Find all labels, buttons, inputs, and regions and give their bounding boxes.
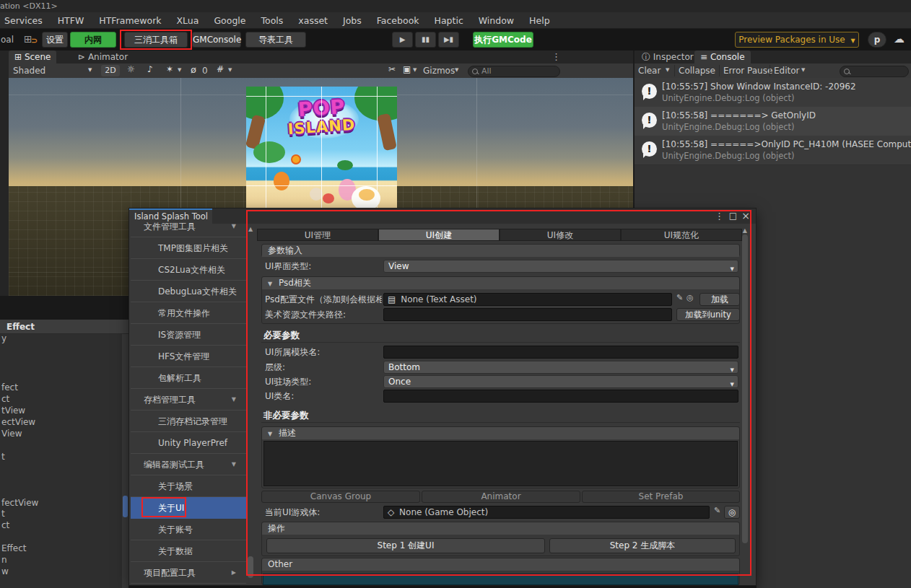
effect-scrollbar-thumb[interactable] bbox=[123, 496, 128, 517]
psd-config-object-field[interactable]: ▤ None (Text Asset) bbox=[383, 293, 672, 306]
sidebar-item-cs2lua[interactable]: CS2Lua文件相关 bbox=[131, 259, 246, 281]
list-item[interactable]: ct bbox=[1, 520, 9, 530]
effect-panel-scrollbar[interactable] bbox=[122, 334, 128, 588]
tab-inspector[interactable]: ⓘ Inspector bbox=[636, 51, 699, 63]
sidebar-item-playerpref[interactable]: Unity PlayerPref bbox=[131, 432, 246, 454]
canvas-group-button[interactable]: Canvas Group bbox=[261, 491, 420, 503]
step2-generate-script-button[interactable]: Step 2 生成脚本 bbox=[549, 538, 736, 553]
menu-facebook[interactable]: Facebook bbox=[377, 15, 419, 26]
list-item[interactable]: y bbox=[1, 333, 6, 343]
effects-arrow-icon[interactable]: ▼ bbox=[178, 67, 181, 73]
scene-camera-icon[interactable]: ▣ bbox=[403, 64, 411, 74]
load-to-unity-button[interactable]: 加载到unity bbox=[676, 308, 740, 321]
scene-effects-icon[interactable]: ✶ bbox=[166, 64, 173, 74]
ui-type-dropdown[interactable]: View ▼ bbox=[383, 260, 738, 273]
list-item[interactable]: Effect bbox=[1, 543, 27, 553]
edit-pencil-icon[interactable]: ✎ bbox=[714, 506, 720, 515]
list-item[interactable]: tView bbox=[1, 405, 25, 416]
pause-button[interactable]: ▮▮ bbox=[415, 32, 436, 48]
package-manager-icon[interactable]: p bbox=[868, 32, 886, 48]
sidebar-item-about-scene[interactable]: 关于场景 bbox=[131, 475, 246, 497]
scene-tools-icon[interactable]: ✂ bbox=[388, 64, 396, 74]
tab-ui-manage[interactable]: UI管理 bbox=[257, 229, 378, 241]
camera-arrow-icon[interactable]: ▼ bbox=[413, 67, 417, 73]
sidebar-item-common-file-ops[interactable]: 常用文件操作 bbox=[131, 302, 246, 324]
step-button[interactable]: ▶▮ bbox=[438, 32, 459, 48]
settings-button[interactable]: 设置 bbox=[42, 32, 68, 48]
grid-arrow-icon[interactable]: ▼ bbox=[228, 67, 232, 73]
list-item[interactable]: ectView bbox=[1, 417, 35, 427]
list-item[interactable]: View bbox=[1, 429, 22, 439]
console-editor-dropdown[interactable]: Editor bbox=[774, 63, 800, 78]
scene-audio-icon[interactable]: ♪ bbox=[147, 64, 153, 74]
list-item[interactable]: n bbox=[1, 555, 7, 565]
layer-dropdown[interactable]: Bottom ▼ bbox=[383, 361, 738, 374]
scene-light-icon[interactable]: ☼ bbox=[127, 64, 135, 74]
list-item[interactable]: fectView bbox=[1, 498, 38, 508]
snap-magnet-icon[interactable]: ⊃ bbox=[31, 36, 38, 45]
current-go-object-field[interactable]: ◇ None (Game Object) bbox=[383, 506, 710, 519]
scroll-up-icon[interactable]: ▲ bbox=[743, 227, 747, 234]
right-scrollbar-thumb[interactable] bbox=[742, 234, 748, 543]
match3-toolbox-button[interactable]: 三消工具箱 bbox=[124, 32, 188, 48]
menu-xlua[interactable]: XLua bbox=[177, 15, 199, 26]
scene-menu-dots-icon[interactable]: ⋮ bbox=[552, 51, 561, 62]
set-prefab-button[interactable]: Set Prefab bbox=[582, 491, 740, 503]
console-search-input[interactable] bbox=[840, 66, 909, 77]
object-picker-button[interactable]: ◎ bbox=[724, 506, 740, 519]
menu-jobs[interactable]: Jobs bbox=[343, 15, 362, 26]
menu-window[interactable]: Window bbox=[479, 15, 514, 26]
cloud-icon[interactable]: ☁ bbox=[894, 32, 905, 45]
hidden-objects-icon[interactable]: ø bbox=[191, 64, 196, 75]
sidebar-item-match3-save[interactable]: 三消存档记录管理 bbox=[131, 411, 246, 432]
menu-google[interactable]: Google bbox=[214, 15, 245, 26]
tab-ui-modify[interactable]: UI修改 bbox=[500, 229, 621, 241]
sidebar-item-about-ui[interactable]: 关于UI bbox=[131, 497, 246, 519]
log-entry[interactable]: ! [10:55:58] ======>OnlyID PC_H410M (HAS… bbox=[635, 136, 911, 165]
menu-htfw[interactable]: HTFW bbox=[58, 15, 84, 26]
sidebar-group-file-tools[interactable]: 文件管理工具 ▼ bbox=[131, 216, 246, 237]
tool-window-titlebar[interactable] bbox=[212, 209, 756, 224]
log-entry[interactable]: ! [10:55:58] =======> GetOnlyID UnityEng… bbox=[635, 107, 911, 136]
scene-grid-settings-icon[interactable]: # bbox=[217, 64, 224, 74]
sidebar-item-package-parser[interactable]: 包解析工具 bbox=[131, 367, 246, 389]
sidebar-item-hfs-file[interactable]: HFS文件管理 bbox=[131, 346, 246, 367]
window-close-icon[interactable]: × bbox=[741, 210, 750, 221]
list-item[interactable]: t bbox=[1, 509, 5, 519]
description-foldout[interactable]: ▼ 描述 bbox=[262, 427, 739, 439]
module-name-input[interactable] bbox=[383, 346, 738, 359]
list-item[interactable]: w bbox=[1, 566, 9, 576]
tab-animator[interactable]: ⊳ Animator bbox=[72, 51, 134, 63]
tab-ui-standardize[interactable]: UI规范化 bbox=[621, 229, 742, 241]
menu-htframework[interactable]: HTFramework bbox=[99, 15, 161, 26]
sidebar-item-about-data[interactable]: 关于数据 bbox=[131, 540, 246, 562]
animator-button[interactable]: Animator bbox=[422, 491, 580, 503]
export-tool-button[interactable]: 导表工具 bbox=[245, 32, 306, 48]
console-collapse-button[interactable]: Collapse bbox=[679, 63, 715, 78]
scroll-up-icon[interactable]: ▲ bbox=[248, 226, 253, 232]
scene-search-input[interactable]: All bbox=[468, 66, 560, 77]
object-picker-icon[interactable]: ◎ bbox=[686, 293, 694, 302]
menu-help[interactable]: Help bbox=[529, 15, 550, 26]
intranet-button[interactable]: 内网 bbox=[70, 32, 116, 48]
run-gmcode-button[interactable]: 执行GMCode bbox=[473, 32, 533, 48]
edit-pencil-icon[interactable]: ✎ bbox=[676, 293, 683, 302]
menu-services[interactable]: Services bbox=[4, 15, 43, 26]
play-button[interactable]: ▶ bbox=[392, 32, 413, 48]
toggle-2d-button[interactable]: 2D bbox=[101, 65, 120, 76]
load-button[interactable]: 加载 bbox=[699, 293, 740, 306]
tab-scene[interactable]: ⊞ Scene bbox=[9, 51, 56, 63]
description-textarea[interactable] bbox=[263, 441, 738, 486]
psd-foldout[interactable]: ▼ Psd相关 bbox=[262, 277, 739, 289]
list-item[interactable]: t bbox=[1, 452, 5, 462]
sidebar-group-project-config[interactable]: 项目配置工具 ▶ bbox=[131, 562, 246, 584]
clear-arrow-icon[interactable]: ▼ bbox=[666, 67, 669, 73]
residence-type-dropdown[interactable]: Once ▼ bbox=[383, 375, 738, 388]
menu-xasset[interactable]: xasset bbox=[298, 15, 328, 26]
log-entry[interactable]: ! [10:55:57] Show Window InstanceID: -20… bbox=[635, 78, 911, 107]
sidebar-item-is-resource[interactable]: IS资源管理 bbox=[131, 324, 246, 346]
sidebar-item-debuglua[interactable]: DebugLua文件相关 bbox=[131, 281, 246, 302]
class-name-input[interactable] bbox=[383, 390, 738, 403]
list-item[interactable]: ct bbox=[1, 394, 9, 404]
sidebar-item-tmp-atlas[interactable]: TMP图集图片相关 bbox=[131, 237, 246, 259]
